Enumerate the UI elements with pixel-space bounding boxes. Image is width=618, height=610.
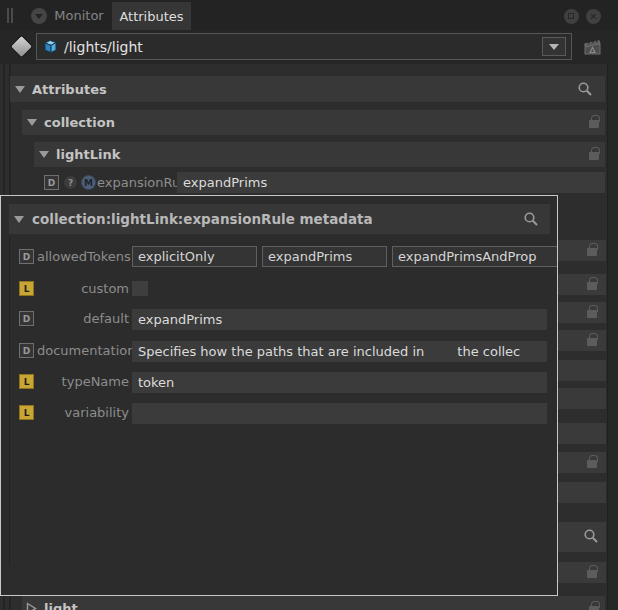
section-title: lightLink — [56, 147, 120, 162]
panel-right-gutter — [608, 64, 618, 610]
popup-header[interactable]: collection:lightLink:expansionRule metad… — [9, 204, 550, 234]
pane-drag-handle[interactable] — [7, 8, 13, 23]
lock-icon — [589, 606, 599, 610]
lock-icon — [587, 248, 597, 256]
prim-path-value: /lights/light — [64, 39, 143, 55]
section-title: Attributes — [32, 82, 107, 97]
background-row — [558, 423, 606, 444]
token-field[interactable]: expandPrims — [262, 246, 387, 267]
section-title: light — [44, 601, 78, 610]
metadata-label: custom — [37, 281, 129, 296]
attribute-row-expansion-rule: D ? M expansionRule expandPrims — [0, 171, 618, 195]
section-header-light[interactable]: light — [22, 596, 605, 610]
metadata-value-field[interactable]: Specifies how the paths that are include… — [132, 341, 547, 362]
metadata-label: default — [37, 311, 129, 326]
attribute-value-field[interactable]: expandPrims — [177, 172, 605, 193]
dropdown-arrow-icon — [549, 44, 559, 50]
lock-icon — [587, 310, 597, 318]
l-badge-icon: L — [19, 405, 34, 420]
tab-attributes-label: Attributes — [119, 9, 183, 24]
maximize-button[interactable] — [564, 9, 579, 24]
expander-down-icon — [15, 86, 25, 93]
prim-path-dropdown-button[interactable] — [542, 37, 566, 56]
metadata-row-custom: L custom — [1, 278, 558, 300]
search-icon[interactable] — [523, 211, 540, 228]
tab-monitor-label: Monitor — [54, 8, 103, 23]
d-badge-icon[interactable]: D — [44, 175, 59, 190]
question-badge-icon[interactable]: ? — [63, 175, 78, 190]
metadata-label: allowedTokens — [37, 249, 129, 264]
expander-right-icon — [26, 602, 37, 610]
expander-down-icon — [39, 151, 49, 158]
metadata-value-field[interactable]: token — [132, 372, 547, 393]
lock-icon — [589, 152, 599, 160]
section-title: collection — [44, 115, 115, 130]
background-row — [558, 302, 606, 323]
metadata-popup: collection:lightLink:expansionRule metad… — [0, 195, 558, 596]
tab-bar: Monitor Attributes ✕ — [0, 0, 618, 30]
background-row — [558, 562, 606, 583]
token-field[interactable]: explicitOnly — [132, 246, 257, 267]
popup-title: collection:lightLink:expansionRule metad… — [32, 211, 373, 227]
lock-icon — [587, 460, 597, 468]
d-badge-icon: D — [19, 343, 34, 358]
search-icon[interactable] — [583, 528, 600, 545]
metadata-value-field[interactable] — [132, 403, 547, 424]
section-header-lightlink[interactable]: lightLink — [34, 142, 605, 167]
lock-icon — [587, 282, 597, 290]
expander-down-icon — [14, 216, 24, 223]
search-icon[interactable] — [577, 81, 594, 98]
background-row — [558, 330, 606, 351]
background-row — [558, 388, 606, 409]
background-row — [558, 274, 606, 295]
attributes-pane-window: Monitor Attributes ✕ /lights/light — [0, 0, 618, 610]
close-icon: ✕ — [586, 10, 601, 23]
pane-menu-button[interactable] — [31, 8, 47, 24]
lock-icon — [589, 120, 599, 128]
metadata-row-default: D default expandPrims — [1, 308, 558, 330]
prim-cube-icon — [42, 38, 59, 55]
prim-diamond-icon — [9, 34, 33, 58]
d-badge-icon: D — [19, 249, 34, 264]
close-button[interactable]: ✕ — [586, 9, 601, 24]
metadata-label: variability — [37, 405, 129, 420]
metadata-row-variability: L variability — [1, 402, 558, 424]
clapperboard-icon[interactable] — [582, 36, 603, 57]
expander-down-icon — [27, 119, 37, 126]
background-section-header — [558, 522, 606, 552]
lock-icon — [587, 338, 597, 346]
metadata-row-typename: L typeName token — [1, 371, 558, 393]
background-row — [558, 452, 606, 473]
metadata-badge-icon[interactable]: M — [81, 175, 96, 190]
section-header-attributes[interactable]: Attributes — [10, 76, 605, 102]
metadata-label: typeName — [37, 374, 129, 389]
token-field[interactable]: expandPrimsAndProp — [392, 246, 558, 267]
chevron-down-icon — [35, 14, 43, 19]
metadata-row-allowed-tokens: D allowedTokens explicitOnly expandPrims… — [1, 246, 558, 268]
metadata-label: documentation — [37, 343, 129, 358]
custom-checkbox[interactable] — [132, 281, 148, 296]
prim-path-combobox[interactable]: /lights/light — [36, 33, 572, 60]
maximize-icon — [568, 13, 574, 19]
section-header-collection[interactable]: collection — [22, 110, 605, 135]
background-row — [558, 240, 606, 261]
background-row — [558, 360, 606, 381]
tab-attributes[interactable]: Attributes — [112, 2, 191, 30]
background-row — [558, 482, 606, 503]
d-badge-icon: D — [19, 311, 34, 326]
l-badge-icon: L — [19, 374, 34, 389]
prim-pin-button[interactable] — [9, 34, 34, 59]
l-badge-icon: L — [19, 281, 34, 296]
metadata-value-field[interactable]: expandPrims — [132, 309, 547, 330]
lock-icon — [587, 570, 597, 578]
metadata-row-documentation: D documentation Specifies how the paths … — [1, 340, 558, 362]
tab-monitor[interactable]: Monitor — [48, 0, 110, 30]
